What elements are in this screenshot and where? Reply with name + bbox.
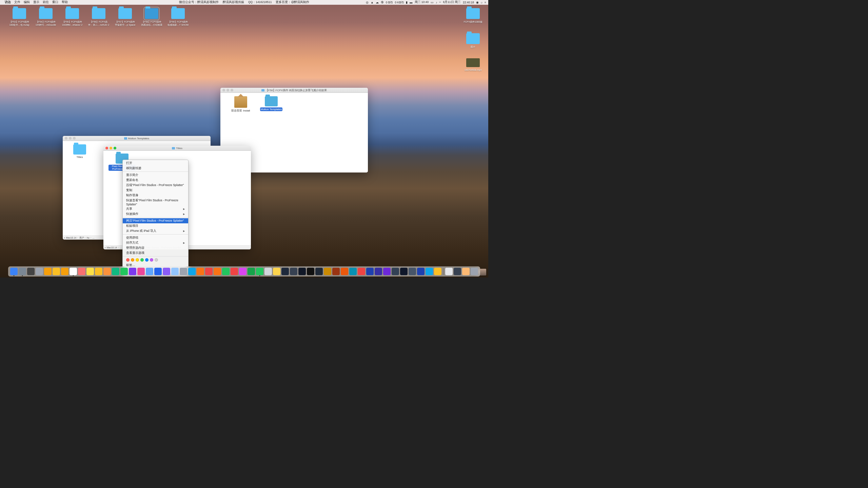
dock-app[interactable]: [315, 268, 323, 275]
dock-app[interactable]: [341, 268, 348, 275]
desktop-video[interactable]: 190704508.mp4: [460, 58, 486, 72]
dock-app[interactable]: [366, 268, 374, 275]
traffic-lights[interactable]: [105, 147, 116, 149]
dock-app[interactable]: [86, 268, 94, 275]
dock-app[interactable]: [298, 268, 306, 275]
path-seg[interactable]: 用户: [79, 236, 84, 240]
ctx-copy[interactable]: 拷贝"Pixel Film Studios - ProFreeze Splatt…: [123, 218, 188, 223]
ctx-quicklook[interactable]: 快速查看"Pixel Film Studios - ProFreeze Spla…: [123, 198, 188, 206]
dock-app[interactable]: [426, 268, 433, 275]
desktop-folder[interactable]: 【F55】FCPX插件160种M…ehavior 2: [59, 8, 85, 26]
status-icon[interactable]: ⦿: [381, 1, 384, 4]
ctx-compress[interactable]: 压缩"Pixel Film Studios - ProFreeze Splatt…: [123, 183, 188, 188]
dock-app[interactable]: [256, 268, 263, 275]
dock-app[interactable]: [197, 268, 204, 275]
dock-app[interactable]: [53, 268, 60, 275]
status-icon[interactable]: ▲: [371, 1, 373, 4]
search-icon[interactable]: ⌕: [481, 1, 482, 4]
context-menu[interactable]: 打开 移到废纸篓 显示简介 重新命名 压缩"Pixel Film Studios…: [122, 160, 189, 276]
dock-app[interactable]: [417, 268, 425, 275]
status-icon[interactable]: ▬: [410, 1, 413, 4]
dock-app[interactable]: [19, 268, 26, 275]
traffic-lights[interactable]: [65, 137, 76, 140]
dock-app[interactable]: [61, 268, 68, 275]
folder-titles[interactable]: Titles: [68, 144, 92, 159]
menu-window[interactable]: 窗口: [52, 0, 58, 4]
dock-app[interactable]: [103, 268, 111, 275]
dock-app[interactable]: [112, 268, 119, 275]
dock-app[interactable]: [27, 268, 35, 275]
dock-app[interactable]: [70, 268, 77, 275]
ctx-share[interactable]: 共享▶: [123, 206, 188, 211]
menu-edit[interactable]: 编辑: [24, 0, 30, 4]
dock-app[interactable]: [44, 268, 52, 275]
pkg-install[interactable]: 双击安装 Install: [229, 96, 253, 113]
dock-app[interactable]: [10, 268, 18, 275]
dock-app[interactable]: [171, 268, 179, 275]
dock-app[interactable]: [205, 268, 213, 275]
menu-view[interactable]: 显示: [33, 0, 39, 4]
ctx-rename[interactable]: 重新命名: [123, 178, 188, 183]
menu-help[interactable]: 帮助: [62, 0, 68, 4]
dock-app[interactable]: [383, 268, 391, 275]
ctx-open[interactable]: 打开: [123, 161, 188, 166]
dock-app[interactable]: [129, 268, 136, 275]
dock[interactable]: [8, 266, 480, 277]
desktop-folder[interactable]: 【F58】FCPX插件画面冻结…介绍效果: [138, 8, 165, 26]
dock-app[interactable]: [120, 268, 128, 275]
battery-icon[interactable]: ▮: [406, 1, 408, 4]
dock-app[interactable]: [454, 268, 461, 275]
dock-app[interactable]: [471, 268, 478, 275]
dock-app[interactable]: [332, 268, 340, 275]
desktop-folder[interactable]: 【F53】FCPX插件100组卡…包 mZap: [6, 8, 33, 26]
ctx-paste[interactable]: 粘贴项目: [123, 223, 188, 228]
dock-app[interactable]: [273, 268, 280, 275]
path-seg[interactable]: Mac10.14: [106, 246, 117, 249]
dock-app[interactable]: [324, 268, 331, 275]
dock-app[interactable]: [188, 268, 196, 275]
ctx-clean[interactable]: 整理所选内容: [123, 245, 188, 250]
dock-app[interactable]: [307, 268, 314, 275]
ctx-quick-actions[interactable]: 快速操作▶: [123, 211, 188, 217]
dock-app[interactable]: [146, 268, 153, 275]
ctx-import[interactable]: 从 iPhone 或 iPad 导入▶: [123, 228, 188, 233]
dock-app[interactable]: [78, 268, 85, 275]
dock-app[interactable]: [137, 268, 145, 275]
dock-app[interactable]: [248, 268, 255, 275]
tag-color[interactable]: [150, 258, 153, 262]
status-icon[interactable]: ◎: [366, 1, 369, 4]
dock-app[interactable]: [392, 268, 399, 275]
desktop-folder[interactable]: 【F59】FCPX插件动感拖影…T SHOW: [165, 8, 191, 26]
dock-app[interactable]: [154, 268, 162, 275]
tag-color[interactable]: [140, 258, 144, 262]
volume-icon[interactable]: ♪: [436, 1, 437, 4]
desktop-folder[interactable]: 图片: [460, 33, 486, 48]
dock-app[interactable]: [349, 268, 357, 275]
dock-app[interactable]: [462, 268, 470, 275]
traffic-lights[interactable]: [222, 89, 233, 92]
dock-app[interactable]: [400, 268, 408, 275]
notification-center-icon[interactable]: ≡: [485, 1, 486, 4]
dock-app[interactable]: [264, 268, 272, 275]
dock-app[interactable]: [358, 268, 365, 275]
dock-app[interactable]: [375, 268, 382, 275]
menu-file[interactable]: 文件: [14, 0, 20, 4]
dock-app[interactable]: [290, 268, 297, 275]
dock-app[interactable]: [434, 268, 441, 275]
dock-app[interactable]: [239, 268, 246, 275]
app-menu[interactable]: 访达: [5, 0, 11, 4]
path-seg[interactable]: Mac10.14: [66, 237, 76, 239]
ctx-info[interactable]: 显示简介: [123, 172, 188, 178]
ctx-viewopt[interactable]: 查看显示选项: [123, 250, 188, 256]
tag-color[interactable]: [136, 258, 139, 262]
dock-app[interactable]: [409, 268, 416, 275]
dock-app[interactable]: [231, 268, 238, 275]
menu-go[interactable]: 前往: [43, 0, 49, 4]
path-seg[interactable]: hu: [87, 237, 90, 239]
tag-color[interactable]: [126, 258, 130, 262]
ctx-alias[interactable]: 制作替身: [123, 193, 188, 198]
desktop-folder[interactable]: 【F57】FCPX插件宇宙星空…p Space: [112, 8, 138, 26]
dock-app[interactable]: [222, 268, 230, 275]
dock-app[interactable]: [445, 268, 453, 275]
desktop-folder[interactable]: 【F54】FCPX插件155种可…mDoodle: [33, 8, 59, 26]
